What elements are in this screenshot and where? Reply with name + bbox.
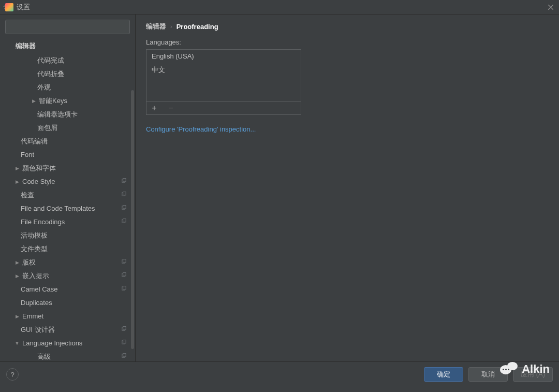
sidebar-item[interactable]: 检查 <box>0 188 135 202</box>
sidebar-item[interactable]: ▶智能Keys <box>0 94 135 108</box>
remove-language-button[interactable]: − <box>166 104 175 112</box>
sidebar-item[interactable]: 代码编辑 <box>0 135 135 148</box>
sidebar-item[interactable]: File Encodings <box>0 215 135 229</box>
sidebar-item-label: 外观 <box>37 81 130 94</box>
sidebar-item-label: 代码折叠 <box>37 67 130 81</box>
settings-tree[interactable]: 编辑器 代码完成代码折叠外观▶智能Keys编辑器选项卡面包屑代码编辑Font▶颜… <box>0 38 135 361</box>
window-title: 设置 <box>17 3 30 12</box>
per-project-icon <box>121 323 127 337</box>
svg-rect-23 <box>123 353 126 356</box>
per-project-icon <box>121 202 127 215</box>
svg-rect-7 <box>123 192 126 195</box>
sidebar-item-label: 面包屑 <box>37 121 130 135</box>
sidebar-item-label: 代码完成 <box>37 54 130 67</box>
sidebar-item-label: 文件类型 <box>21 242 130 256</box>
per-project-icon <box>121 175 127 188</box>
sidebar-item[interactable]: ▶嵌入提示 <box>0 269 135 283</box>
sidebar-item[interactable]: File and Code Templates <box>0 202 135 215</box>
titlebar: 乞 设置 <box>0 0 559 14</box>
sidebar-item-label: File Encodings <box>21 215 121 229</box>
languages-label: Languages: <box>146 38 549 46</box>
add-language-button[interactable]: + <box>150 104 159 112</box>
sidebar-item[interactable]: 面包屑 <box>0 121 135 135</box>
per-project-icon <box>121 350 127 361</box>
dialog-footer: ? 确定 取消 应用 (A) <box>0 361 559 387</box>
sidebar-item[interactable]: ▶版权 <box>0 256 135 269</box>
languages-list[interactable]: English (USA)中文 <box>146 50 301 101</box>
expand-arrow-icon: ▶ <box>13 256 21 269</box>
sidebar-item[interactable]: ▶Code Style <box>0 175 135 188</box>
sidebar-item[interactable]: 外观 <box>0 81 135 94</box>
sidebar-item[interactable]: ▶Emmet <box>0 310 135 323</box>
sidebar-item-label: GUI 设计器 <box>21 323 121 337</box>
close-button[interactable] <box>546 2 556 12</box>
sidebar-item-label: 编辑器选项卡 <box>37 108 130 121</box>
settings-sidebar: ▾ 编辑器 代码完成代码折叠外观▶智能Keys编辑器选项卡面包屑代码编辑Font… <box>0 14 136 361</box>
scrollbar[interactable] <box>131 90 134 349</box>
expand-arrow-icon: ▶ <box>13 162 21 175</box>
sidebar-item-label: 嵌入提示 <box>22 269 121 283</box>
close-icon <box>548 5 553 10</box>
cancel-button[interactable]: 取消 <box>468 367 508 382</box>
expand-arrow-icon: ▶ <box>13 175 21 188</box>
settings-content: 编辑器 › Proofreading Languages: English (U… <box>136 14 559 361</box>
sidebar-item-label: 版权 <box>22 256 121 269</box>
sidebar-item[interactable]: ▼Language Injections <box>0 337 135 350</box>
svg-rect-5 <box>123 178 126 181</box>
sidebar-item-label: Code Style <box>22 175 121 188</box>
svg-rect-11 <box>123 219 126 222</box>
sidebar-item-label: Camel Case <box>21 283 121 296</box>
sidebar-item[interactable]: 编辑器选项卡 <box>0 108 135 121</box>
sidebar-item-label: 高级 <box>37 350 121 361</box>
svg-rect-15 <box>123 272 126 275</box>
sidebar-item[interactable]: Font <box>0 148 135 162</box>
svg-rect-17 <box>123 286 126 289</box>
language-item[interactable]: English (USA) <box>146 50 301 63</box>
sidebar-item-label: Duplicates <box>21 296 130 310</box>
expand-arrow-icon: ▶ <box>30 94 37 108</box>
sidebar-item[interactable]: Camel Case <box>0 283 135 296</box>
app-icon <box>5 3 13 11</box>
configure-inspection-link[interactable]: Configure 'Proofreading' inspection... <box>146 125 256 133</box>
breadcrumb-proofreading: Proofreading <box>176 23 218 31</box>
svg-rect-13 <box>123 259 126 262</box>
per-project-icon <box>121 283 127 296</box>
per-project-icon <box>121 256 127 269</box>
expand-arrow-icon: ▶ <box>13 310 21 323</box>
svg-rect-19 <box>123 326 126 329</box>
sidebar-item[interactable]: 代码完成 <box>0 54 135 67</box>
help-button[interactable]: ? <box>6 368 19 381</box>
apply-button[interactable]: 应用 (A) <box>513 367 553 382</box>
per-project-icon <box>121 269 127 283</box>
sidebar-item-label: 智能Keys <box>39 94 130 108</box>
breadcrumb: 编辑器 › Proofreading <box>146 22 549 31</box>
sidebar-item[interactable]: 代码折叠 <box>0 67 135 81</box>
sidebar-item-label: 颜色和字体 <box>22 162 130 175</box>
sidebar-item[interactable]: 活动模板 <box>0 229 135 242</box>
sidebar-item-label: Language Injections <box>22 337 121 350</box>
sidebar-item[interactable]: Duplicates <box>0 296 135 310</box>
ok-button[interactable]: 确定 <box>424 367 463 382</box>
languages-toolbar: + − <box>146 101 301 114</box>
sidebar-item[interactable]: 高级 <box>0 350 135 361</box>
per-project-icon <box>121 215 127 229</box>
sidebar-item-label: Font <box>21 148 130 162</box>
sidebar-item[interactable]: ▶颜色和字体 <box>0 162 135 175</box>
languages-list-box: English (USA)中文 + − <box>146 49 301 115</box>
sidebar-item-label: Emmet <box>22 310 130 323</box>
sidebar-item[interactable]: GUI 设计器 <box>0 323 135 337</box>
svg-rect-21 <box>123 340 126 343</box>
sidebar-item-label: 活动模板 <box>21 229 130 242</box>
settings-search-input[interactable] <box>5 20 130 34</box>
breadcrumb-sep: › <box>170 23 172 30</box>
sidebar-item-label: 检查 <box>21 188 121 202</box>
expand-arrow-icon: ▼ <box>13 337 21 350</box>
sidebar-item-label: 代码编辑 <box>21 135 130 148</box>
sidebar-item-label: File and Code Templates <box>21 202 121 215</box>
sidebar-section-editor[interactable]: 编辑器 <box>0 38 135 54</box>
per-project-icon <box>121 337 127 350</box>
expand-arrow-icon: ▶ <box>13 269 21 283</box>
breadcrumb-editor[interactable]: 编辑器 <box>146 22 166 31</box>
language-item[interactable]: 中文 <box>146 63 301 77</box>
sidebar-item[interactable]: 文件类型 <box>0 242 135 256</box>
